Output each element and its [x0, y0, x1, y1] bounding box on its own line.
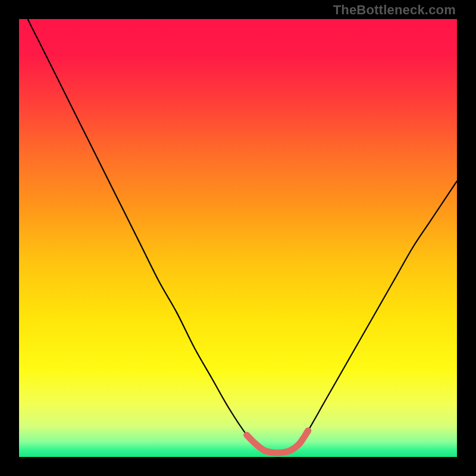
curve-layer [19, 19, 457, 457]
bottleneck-curve [19, 19, 457, 453]
watermark-text: TheBottleneck.com [333, 2, 456, 18]
chart-container: TheBottleneck.com [0, 0, 476, 476]
curve-highlight [247, 431, 308, 453]
plot-area [19, 19, 457, 457]
